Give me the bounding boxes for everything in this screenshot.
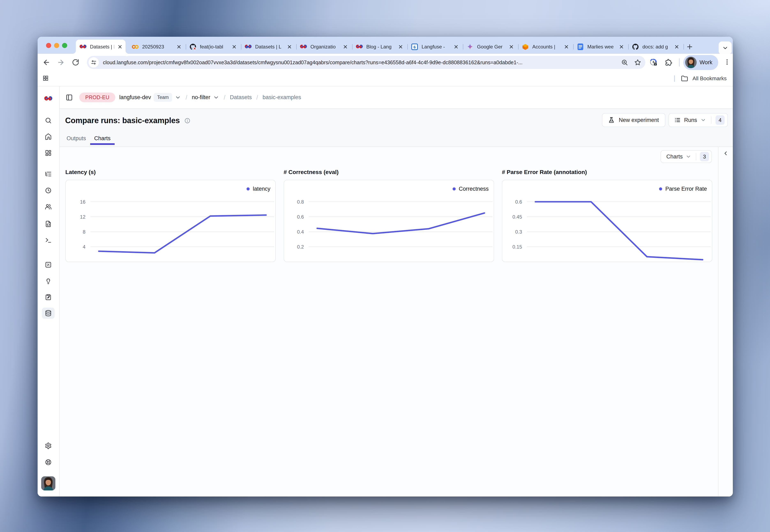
window-minimize-button[interactable] bbox=[54, 43, 59, 48]
app-sidebar-rail bbox=[38, 86, 59, 496]
user-avatar[interactable] bbox=[41, 476, 55, 491]
tab-title: docs: add g bbox=[643, 44, 672, 50]
bookmarks-separator bbox=[674, 75, 675, 82]
browser-tab[interactable]: docs: add g bbox=[628, 40, 684, 54]
tab-close-icon[interactable] bbox=[342, 44, 348, 50]
browser-tab[interactable]: Google Ger bbox=[463, 40, 518, 54]
all-bookmarks-button[interactable]: All Bookmarks bbox=[674, 75, 727, 82]
sidebar-item-support[interactable] bbox=[45, 459, 52, 466]
browser-tab[interactable]: Accounts | bbox=[518, 40, 573, 54]
browser-tab-active[interactable]: Datasets | L bbox=[76, 40, 125, 54]
back-button[interactable] bbox=[40, 56, 52, 68]
org-switcher-chevron-icon[interactable] bbox=[175, 94, 181, 101]
breadcrumb-slash: / bbox=[224, 94, 226, 101]
tab-separator bbox=[463, 44, 463, 49]
browser-tab[interactable]: Datasets | L bbox=[241, 40, 296, 54]
list-icon bbox=[674, 117, 681, 123]
sidebar-item-sessions[interactable] bbox=[45, 187, 52, 194]
tab-close-icon[interactable] bbox=[453, 44, 459, 50]
toolbar-separator bbox=[679, 58, 680, 67]
sidebar-toggle-icon[interactable] bbox=[65, 94, 73, 101]
tab-close-icon[interactable] bbox=[563, 44, 569, 50]
breadcrumb-project[interactable]: no-filter bbox=[192, 94, 211, 101]
sidebar-item-playground[interactable] bbox=[45, 237, 52, 244]
breadcrumb-org[interactable]: langfuse-dev bbox=[119, 94, 151, 101]
address-bar[interactable]: cloud.langfuse.com/project/cmfwgv8fx002o… bbox=[87, 56, 645, 69]
chart-line bbox=[535, 202, 703, 260]
page-title: Compare runs: basic-examples bbox=[65, 116, 180, 125]
browser-tab[interactable]: Marlies wee bbox=[573, 40, 628, 54]
zoom-indicator-icon[interactable] bbox=[621, 59, 628, 66]
sidebar-item-tracing[interactable] bbox=[45, 171, 52, 178]
sidebar-item-dashboards[interactable] bbox=[45, 149, 52, 156]
window-close-button[interactable] bbox=[46, 43, 51, 48]
y-tick-label: 0.6 bbox=[297, 214, 304, 220]
project-switcher-chevron-icon[interactable] bbox=[213, 94, 219, 101]
tab-separator bbox=[296, 44, 297, 49]
sidebar-item-home[interactable] bbox=[45, 133, 52, 140]
info-icon[interactable] bbox=[184, 118, 190, 124]
sidebar-item-prompts[interactable] bbox=[45, 220, 52, 227]
browser-tab[interactable]: Blog - Lang bbox=[352, 40, 407, 54]
line-chart: 0.20.40.60.8 bbox=[284, 180, 494, 262]
tab-search-chevron-button[interactable] bbox=[719, 41, 732, 54]
breadcrumb: PROD-EU langfuse-dev Team / no-filter / … bbox=[60, 86, 733, 109]
reload-button[interactable] bbox=[70, 56, 81, 68]
tab-charts[interactable]: Charts bbox=[90, 135, 115, 147]
sidebar-item-evaluation[interactable] bbox=[45, 261, 52, 268]
environment-badge: PROD-EU bbox=[79, 93, 115, 102]
profile-chip[interactable]: Work bbox=[683, 55, 718, 70]
sidebar-item-users[interactable] bbox=[45, 203, 52, 210]
browser-tab[interactable]: feat(io-tabl bbox=[186, 40, 241, 54]
charts-count-badge: 3 bbox=[700, 152, 709, 161]
chart-title: # Correctness (eval) bbox=[284, 169, 494, 176]
chart-parse-error-rate: # Parse Error Rate (annotation) 0.150.30… bbox=[502, 169, 712, 262]
extensions-puzzle-icon[interactable] bbox=[664, 58, 672, 66]
sidebar-item-datasets[interactable] bbox=[45, 310, 52, 317]
sidebar-item-annotation[interactable] bbox=[45, 294, 52, 300]
new-experiment-button[interactable]: New experiment bbox=[602, 113, 666, 127]
tab-close-icon[interactable] bbox=[398, 44, 404, 50]
site-settings-icon[interactable] bbox=[88, 57, 99, 68]
browser-tab[interactable]: 6 Langfuse - bbox=[407, 40, 463, 54]
tab-outputs[interactable]: Outputs bbox=[62, 135, 90, 147]
browser-tab-strip: Datasets | L 20250923 bbox=[38, 37, 733, 54]
tab-close-icon[interactable] bbox=[231, 44, 237, 50]
chevron-down-icon bbox=[686, 154, 691, 159]
sidebar-item-judge[interactable] bbox=[45, 277, 52, 284]
browser-menu-kebab-icon[interactable] bbox=[724, 58, 731, 66]
tab-close-icon[interactable] bbox=[674, 44, 680, 50]
github-icon bbox=[632, 43, 639, 50]
charts-dropdown-button[interactable]: Charts 3 bbox=[661, 150, 712, 163]
window-zoom-button[interactable] bbox=[62, 43, 67, 48]
breadcrumb-section[interactable]: Datasets bbox=[230, 94, 252, 101]
password-manager-icon[interactable] bbox=[650, 58, 658, 67]
tab-title: Datasets | L bbox=[255, 44, 285, 50]
tab-close-icon[interactable] bbox=[176, 44, 182, 50]
breadcrumb-item[interactable]: basic-examples bbox=[263, 94, 301, 101]
browser-toolbar: cloud.langfuse.com/project/cmfwgv8fx002o… bbox=[38, 54, 733, 71]
new-tab-button[interactable] bbox=[685, 42, 694, 51]
tab-close-icon[interactable] bbox=[508, 44, 514, 50]
forward-button[interactable] bbox=[55, 56, 67, 68]
runs-dropdown-button[interactable]: Runs 4 bbox=[669, 113, 728, 127]
sidebar-item-settings[interactable] bbox=[45, 442, 52, 449]
tab-close-icon[interactable] bbox=[286, 44, 293, 50]
collapse-panel-chevron[interactable] bbox=[723, 150, 729, 156]
breadcrumb-slash: / bbox=[257, 94, 258, 101]
langfuse-icon bbox=[356, 43, 363, 50]
flask-icon bbox=[608, 117, 615, 123]
browser-tab[interactable]: Organizatio bbox=[296, 40, 352, 54]
button-separator bbox=[696, 153, 696, 160]
url-text[interactable]: cloud.langfuse.com/project/cmfwgv8fx002o… bbox=[103, 60, 617, 65]
tab-close-icon[interactable] bbox=[619, 44, 625, 50]
sidebar-item-search[interactable] bbox=[45, 117, 52, 124]
bookmark-star-icon[interactable] bbox=[634, 59, 641, 66]
langfuse-logo[interactable] bbox=[44, 96, 52, 102]
chevron-down-icon bbox=[700, 117, 706, 123]
browser-tab[interactable]: 20250923 bbox=[128, 40, 186, 54]
apps-grid-icon[interactable] bbox=[42, 75, 49, 82]
legend-dot bbox=[453, 187, 456, 190]
tab-close-icon[interactable] bbox=[117, 44, 123, 50]
tab-separator bbox=[573, 44, 573, 49]
